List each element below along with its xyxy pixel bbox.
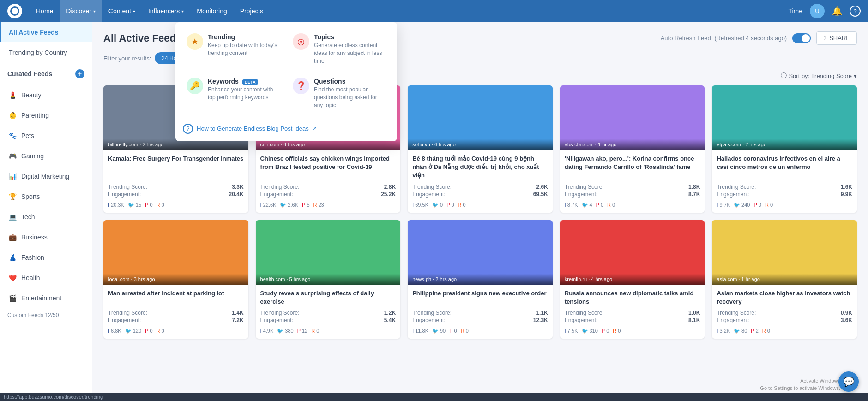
card-source-overlay: kremlin.ru · 4 hrs ago <box>560 274 705 285</box>
sidebar-item-digital-marketing[interactable]: 📊 Digital Marketing <box>0 166 92 186</box>
topics-title: Topics <box>314 33 386 41</box>
sort-button[interactable]: ⓘ Sort by: Trending Score ▾ <box>781 72 857 80</box>
sports-icon: 🏆 <box>9 193 17 200</box>
twitter-stat: 🐦 120 <box>125 328 141 334</box>
card-source: asia.com <box>717 276 737 282</box>
bell-icon[interactable]: 🔔 <box>832 6 842 16</box>
sidebar-item-gaming[interactable]: 🎮 Gaming <box>0 146 92 166</box>
twitter-icon: 🐦 <box>734 328 740 334</box>
sidebar-item-beauty[interactable]: 💄 Beauty <box>0 85 92 105</box>
trending-score-value: 1.1K <box>536 310 548 316</box>
content-card[interactable]: elpais.com · 2 hrs ago Hallados coronavi… <box>712 85 857 213</box>
reddit-icon: R <box>765 202 769 208</box>
nav-home[interactable]: Home <box>30 0 60 22</box>
chat-bubble-button[interactable]: 💬 <box>838 371 859 392</box>
card-source-overlay: elpais.com · 2 hrs ago <box>712 139 857 150</box>
engagement-value: 3.6K <box>841 317 852 323</box>
nav-discover[interactable]: Discover ▾ <box>60 0 102 22</box>
help-icon[interactable]: ? <box>850 6 861 17</box>
reddit-icon: R <box>613 328 616 334</box>
reddit-stat: R 0 <box>613 328 621 334</box>
content-card[interactable]: kremlin.ru · 4 hrs ago Russia announces … <box>560 220 705 339</box>
add-curated-feed-button[interactable]: + <box>75 69 84 78</box>
card-image: abs-cbn.com · 1 hr ago <box>560 85 705 150</box>
pinterest-icon: P <box>302 202 305 208</box>
auto-refresh-toggle[interactable] <box>792 33 811 43</box>
pinterest-icon: P <box>446 202 450 208</box>
card-time: 2 hrs ago <box>142 142 163 147</box>
card-source-overlay: news.ph · 2 hrs ago <box>408 274 553 285</box>
footer-question-icon: ? <box>183 124 193 134</box>
sidebar-item-fashion[interactable]: 👗 Fashion <box>0 247 92 268</box>
questions-icon: ❓ <box>293 78 309 94</box>
content-card[interactable]: health.com · 5 hrs ago Study reveals sur… <box>256 220 401 339</box>
sidebar-item-sports[interactable]: 🏆 Sports <box>0 186 92 207</box>
pinterest-stat: P 0 <box>145 202 152 208</box>
dropdown-questions[interactable]: ❓ Questions Find the most popular questi… <box>289 74 390 113</box>
trending-desc: Keep up to date with today's trending co… <box>208 42 280 57</box>
facebook-stat: f 9.7K <box>717 202 730 208</box>
card-source-overlay: asia.com · 1 hr ago <box>712 274 857 285</box>
card-social: f 3.2K 🐦 80 P 2 R 0 <box>717 328 852 334</box>
pinterest-icon: P <box>602 328 605 334</box>
logo[interactable] <box>7 4 22 18</box>
trending-score-value: 1.2K <box>384 310 396 316</box>
chat-icon: 💬 <box>843 376 855 387</box>
page-title: All Active Feeds <box>103 32 181 44</box>
sidebar-item-tech[interactable]: 💻 Tech <box>0 207 92 227</box>
card-source-overlay: soha.vn · 6 hrs ago <box>408 139 553 150</box>
sidebar-item-all-active-feeds[interactable]: All Active Feeds <box>0 22 92 42</box>
dropdown-topics[interactable]: ◎ Topics Generate endless content ideas … <box>289 30 390 68</box>
topics-desc: Generate endless content ideas for any s… <box>314 42 386 65</box>
card-source: soha.vn <box>412 142 430 147</box>
nav-content[interactable]: Content ▾ <box>102 0 142 22</box>
sidebar-item-parenting[interactable]: 👶 Parenting <box>0 105 92 126</box>
share-button[interactable]: ⤴ SHARE <box>816 31 857 45</box>
nav-projects[interactable]: Projects <box>234 0 270 22</box>
twitter-icon: 🐦 <box>432 328 439 334</box>
nav-influencers[interactable]: Influencers ▾ <box>142 0 190 22</box>
content-card[interactable]: soha.vn · 6 hrs ago Bé 8 tháng tuổi mắc … <box>408 85 553 213</box>
dropdown-footer[interactable]: ? How to Generate Endless Blog Post Idea… <box>183 119 390 134</box>
sidebar-item-trending-by-country[interactable]: Trending by Country <box>0 42 92 63</box>
sort-chevron-icon: ▾ <box>854 72 857 79</box>
dropdown-trending[interactable]: ★ Trending Keep up to date with today's … <box>183 30 283 68</box>
activate-watermark: Activate Windows Go to Settings to activ… <box>760 377 840 392</box>
reddit-stat: R 0 <box>311 328 319 334</box>
sidebar-item-entertainment[interactable]: 🎬 Entertainment <box>0 288 92 308</box>
sidebar-item-pets[interactable]: 🐾 Pets <box>0 126 92 146</box>
nav-monitoring[interactable]: Monitoring <box>190 0 233 22</box>
curated-feeds-header[interactable]: Curated Feeds + <box>0 63 92 85</box>
facebook-stat: f 69.5K <box>412 202 428 208</box>
user-avatar[interactable]: U <box>810 4 825 18</box>
content-card[interactable]: news.ph · 2 hrs ago Philippine president… <box>408 220 553 339</box>
reddit-stat: R 0 <box>157 328 164 334</box>
pinterest-stat: P 12 <box>297 328 308 334</box>
share-icon: ⤴ <box>823 35 826 42</box>
card-title: Bé 8 tháng tuổi mắc Covid-19 cùng 9 bệnh… <box>412 155 548 180</box>
reddit-stat: R 0 <box>607 202 615 208</box>
reddit-stat: R 23 <box>313 202 324 208</box>
sidebar-item-health[interactable]: ❤️ Health <box>0 268 92 288</box>
card-source: local.com <box>108 276 129 282</box>
card-image: health.com · 5 hrs ago <box>256 220 401 285</box>
trending-score-value: 1.4K <box>232 310 243 316</box>
trending-title: Trending <box>208 33 280 41</box>
twitter-icon: 🐦 <box>280 202 286 208</box>
trending-score-value: 0.9K <box>841 310 852 316</box>
tech-icon: 💻 <box>9 213 17 221</box>
card-title: Hallados coronavirus infectivos en el ai… <box>717 155 852 180</box>
content-card[interactable]: local.com · 3 hrs ago Man arrested after… <box>103 220 248 339</box>
dropdown-keywords[interactable]: 🔑 Keywords BETA Enhance your content wit… <box>183 74 283 113</box>
sidebar-item-business[interactable]: 💼 Business <box>0 227 92 247</box>
facebook-icon: f <box>717 328 718 334</box>
card-title: Kamala: Free Surgery For Transgender Inm… <box>108 155 244 180</box>
discover-chevron-icon: ▾ <box>93 9 96 14</box>
content-card[interactable]: abs-cbn.com · 1 hr ago 'Niligawan ako, p… <box>560 85 705 213</box>
content-card[interactable]: asia.com · 1 hr ago Asian markets close … <box>712 220 857 339</box>
parenting-icon: 👶 <box>9 112 17 119</box>
card-stats: Trending Score: 3.3K Engagement: 20.4K <box>108 184 244 198</box>
twitter-icon: 🐦 <box>582 328 588 334</box>
card-source: elpais.com <box>717 142 741 147</box>
card-source: billoreilly.com <box>108 142 138 147</box>
